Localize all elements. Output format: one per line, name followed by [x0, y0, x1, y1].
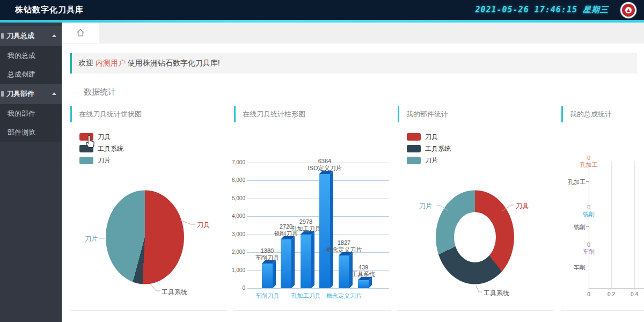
divider-line	[121, 92, 635, 92]
welcome-username: 内测用户	[96, 58, 126, 68]
y-axis-tick: 4,000	[226, 213, 245, 219]
legend-swatch	[407, 157, 421, 164]
app-title: 株钻数字化刀具库	[15, 5, 84, 15]
bar-孔加工刀具[interactable]	[301, 235, 311, 288]
sidebar-item-label: 总成创建	[8, 70, 35, 79]
y-axis-tick: 3,000	[226, 231, 245, 237]
donut-label-daopian: 刀片	[419, 202, 432, 211]
panel-title: 我的部件统计	[406, 109, 448, 119]
panel-online-tools-bar: 在线刀具统计柱形图 01,0002,0003,0004,0005,0006,00…	[233, 103, 391, 311]
pie-chart[interactable]	[106, 190, 184, 284]
y-axis-category-label: 孔加工	[561, 178, 586, 186]
bar-铣削刀具[interactable]	[281, 239, 291, 288]
hbar-value-label: 0孔加工	[567, 155, 610, 169]
tab-bar	[62, 23, 644, 43]
logo-emblem	[627, 9, 630, 12]
pie-label-daopian: 刀片	[85, 235, 98, 244]
bar-value-label: 1827概念定义刀片	[320, 239, 368, 253]
bar-value-label: 439工具系统	[339, 264, 387, 278]
panel-header: 我的部件统计	[398, 105, 448, 123]
legend-item-daoju[interactable]: 刀具	[79, 133, 111, 141]
logo-core	[625, 7, 632, 13]
legend-item-gongjuxitong[interactable]: 工具系统	[407, 144, 451, 153]
sidebar-item-tool-assembly[interactable]: 刀具总成	[0, 26, 62, 46]
legend-swatch	[79, 157, 93, 164]
panel-my-assembly-stats: 我的总成统计 孔加工铣削车削0孔加工0铣削0车削00.20.4	[561, 103, 644, 311]
y-axis-tick: 5,000	[226, 195, 245, 201]
welcome-prefix: 欢迎	[78, 58, 96, 68]
panel-header: 在线刀具统计饼状图	[70, 105, 142, 123]
divider-line	[70, 92, 78, 92]
legend-item-daoju[interactable]: 刀具	[407, 133, 438, 141]
legend-label: 刀具	[425, 133, 438, 142]
x-axis-tick: 0	[578, 291, 599, 297]
y-axis-category-label: 车削	[561, 264, 586, 272]
legend-swatch	[79, 133, 93, 141]
bar-chart-plot: 01,0002,0003,0004,0005,0006,0007,0001380…	[233, 103, 391, 310]
legend-label: 刀具	[98, 133, 111, 142]
hbar-value-label: 0铣削	[567, 204, 610, 218]
legend-swatch	[407, 133, 421, 141]
section-divider: 数据统计	[70, 87, 635, 96]
legend-swatch	[407, 145, 421, 152]
home-icon	[75, 27, 86, 38]
legend-label: 刀片	[98, 156, 111, 165]
sidebar-item-my-parts[interactable]: 我的部件	[0, 104, 62, 123]
legend-label: 刀片	[425, 156, 438, 165]
clock-datetime: 2021-05-26 17:46:15 星期三	[475, 5, 609, 15]
y-axis-tick: 1,000	[226, 267, 245, 273]
y-axis-tick: 7,000	[226, 159, 245, 165]
app-window: 株钻数字化刀具库 2021-05-26 17:46:15 星期三 刀具总成 我的…	[0, 0, 644, 322]
pie-label-daoju: 刀具	[197, 221, 210, 230]
logo-ring	[622, 4, 635, 17]
bar-ISO定义刀片[interactable]	[319, 174, 330, 288]
chevron-up-icon	[52, 92, 56, 95]
legend-item-daopian[interactable]: 刀片	[79, 156, 111, 165]
bar-车削刀具[interactable]	[262, 264, 273, 288]
y-axis-tick: 2,000	[226, 249, 245, 255]
sidebar-menu: 刀具总成 我的总成 总成创建 刀具部件 我的部件 部件浏览	[0, 23, 62, 322]
legend-swatch	[79, 145, 93, 152]
welcome-banner: 欢迎 内测用户 使用株洲钻石数字化刀具库!	[70, 53, 637, 74]
panel-online-tools-pie: 在线刀具统计饼状图 刀具 工具系统 刀片 刀具 刀片 工具系统	[70, 103, 227, 311]
legend-item-gongjuxitong[interactable]: 工具系统	[79, 144, 123, 153]
y-axis-tick: 0	[226, 285, 245, 291]
sidebar-item-parts-browse[interactable]: 部件浏览	[0, 123, 62, 142]
panel-accent-bar	[70, 106, 72, 122]
y-axis-category-label: 铣削	[561, 223, 586, 231]
bar-工具系统[interactable]	[358, 280, 369, 288]
sidebar-item-label: 部件浏览	[8, 128, 35, 137]
donut-label-daoju: 刀具	[516, 202, 529, 211]
legend-label: 工具系统	[98, 144, 123, 153]
bar-value-label: 6364ISO定义刀片	[301, 158, 349, 172]
legend-label: 工具系统	[425, 144, 451, 153]
x-axis-tick: 0.4	[624, 291, 644, 297]
legend-item-daopian[interactable]: 刀片	[407, 156, 438, 165]
tab-home[interactable]	[62, 23, 99, 43]
top-bar: 株钻数字化刀具库 2021-05-26 17:46:15 星期三	[0, 0, 644, 20]
company-logo-icon	[620, 2, 636, 18]
tab-bar-empty-area	[99, 23, 644, 43]
chevron-up-icon	[52, 34, 56, 37]
menu-group-icon	[1, 33, 4, 39]
sidebar-item-tool-parts[interactable]: 刀具部件	[0, 84, 62, 104]
sidebar-item-my-assembly[interactable]: 我的总成	[0, 46, 62, 65]
hbar-value-label: 0车削	[567, 241, 610, 255]
panel-title: 在线刀具统计饼状图	[79, 109, 142, 119]
sidebar-group-label: 刀具部件	[6, 89, 34, 99]
y-axis-tick: 6,000	[226, 177, 245, 183]
pie-label-gongjuxitong: 工具系统	[162, 288, 187, 297]
section-title: 数据统计	[78, 87, 121, 97]
hbar-chart-plot: 孔加工铣削车削0孔加工0铣削0车削00.20.4	[561, 103, 644, 310]
panel-accent-bar	[398, 106, 399, 122]
menu-group-icon	[1, 91, 4, 97]
x-axis-label: 概念定义刀片	[320, 292, 368, 300]
sidebar-group-label: 刀具总成	[6, 31, 34, 41]
x-axis-tick: 0.2	[601, 291, 622, 297]
sidebar-item-label: 我的总成	[8, 51, 35, 61]
panel-my-parts-donut: 我的部件统计 刀具 工具系统 刀片 刀具 刀片 工具系统	[397, 103, 554, 311]
donut-hole	[454, 212, 496, 262]
sidebar-item-label: 我的部件	[8, 109, 35, 119]
sidebar-item-assembly-create[interactable]: 总成创建	[0, 65, 62, 84]
donut-label-gongjuxitong: 工具系统	[484, 289, 509, 298]
